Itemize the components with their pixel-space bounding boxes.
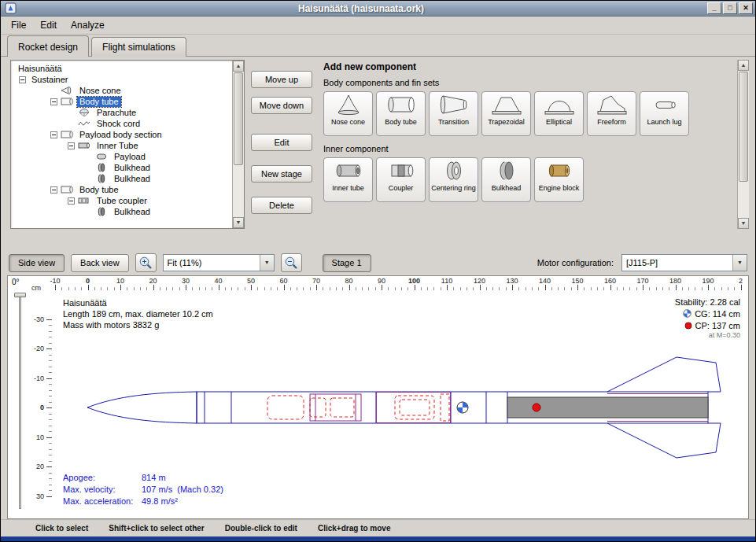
component-panel-scrollbar[interactable]: ▲ ▼	[737, 60, 749, 229]
scrollbar-thumb[interactable]	[739, 72, 748, 182]
tree-item-payload[interactable]: Payload	[13, 151, 230, 162]
window-icon[interactable]	[5, 2, 17, 14]
engine-block-icon	[544, 160, 575, 183]
tree-item-sustainer[interactable]: Sustainer	[13, 74, 230, 85]
zoom-in-button[interactable]	[135, 253, 157, 272]
add-component-title: Add new component	[323, 61, 733, 72]
scroll-down-icon[interactable]: ▼	[233, 217, 244, 228]
tab-rocket-design[interactable]: Rocket design	[7, 35, 89, 57]
tree-item-inner-tube[interactable]: Inner Tube	[13, 140, 230, 151]
add-nose-cone-button[interactable]: Nose cone	[323, 91, 373, 136]
collapse-icon[interactable]	[68, 142, 75, 149]
apogee-label: Apogee:	[63, 472, 142, 484]
stability-value: Stability: 2.28 cal	[675, 296, 740, 308]
add-inner-tube-button[interactable]: Inner tube	[323, 157, 373, 202]
rocket-length: Length 189 cm, max. diameter 10.2 cm	[63, 308, 213, 319]
max-acceleration-label: Max. acceleration:	[63, 496, 142, 507]
add-trapezoidal-fin-button[interactable]: Trapezoidal	[481, 91, 531, 136]
maximize-button[interactable]: □	[723, 2, 737, 14]
collapse-icon[interactable]	[68, 197, 75, 205]
move-up-button[interactable]: Move up	[251, 71, 312, 88]
add-bulkhead-button[interactable]: Bulkhead	[481, 157, 531, 202]
body-tube-icon	[61, 185, 74, 194]
add-freeform-fin-button[interactable]: Freeform	[587, 91, 636, 136]
bulkhead-icon	[95, 207, 109, 216]
hint-click-drag: Click+drag to move	[318, 524, 391, 533]
add-transition-button[interactable]: Transition	[429, 91, 478, 136]
zoom-combobox[interactable]: Fit (11%) ▼	[163, 254, 275, 271]
side-view-button[interactable]: Side view	[9, 254, 65, 272]
tree-item-body-tube-aft[interactable]: Body tube	[13, 184, 230, 195]
statusbar: Click to select Shift+click to select ot…	[1, 519, 755, 536]
scroll-up-icon[interactable]: ▲	[738, 60, 749, 71]
collapse-icon[interactable]	[19, 76, 26, 83]
move-down-button[interactable]: Move down	[251, 97, 312, 114]
panel-splitter[interactable]	[1, 229, 755, 250]
tree-item-body-tube[interactable]: Body tube	[13, 96, 230, 107]
tree-item-rocket[interactable]: Haisunäätä	[13, 63, 230, 74]
hint-shift-click: Shift+click to select other	[109, 524, 204, 533]
tree-actions: Move up Move down Edit New stage Delete	[251, 60, 312, 229]
menu-edit[interactable]: Edit	[33, 17, 64, 33]
window-title: Haisunäätä (haisunaata.ork)	[17, 3, 706, 14]
tree-item-bulkhead[interactable]: Bulkhead	[13, 173, 230, 184]
add-body-tube-button[interactable]: Body tube	[376, 91, 426, 136]
trapezoidal-fin-icon	[491, 94, 522, 117]
rotation-slider-handle[interactable]	[14, 293, 26, 297]
nose-cone-icon	[333, 94, 364, 117]
back-view-button[interactable]: Back view	[71, 254, 129, 272]
freeform-fin-icon	[596, 94, 628, 117]
menu-file[interactable]: File	[4, 17, 33, 33]
cp-value: CP: 137 cm	[695, 321, 740, 330]
delete-button[interactable]: Delete	[251, 197, 312, 214]
chevron-down-icon[interactable]: ▼	[732, 255, 747, 271]
transition-icon	[438, 94, 470, 117]
rocket-canvas[interactable]: -100102030405060708090100110120130140150…	[7, 275, 749, 519]
centering-ring-icon	[438, 160, 470, 183]
collapse-icon[interactable]	[50, 131, 57, 138]
stage-1-toggle[interactable]: Stage 1	[323, 254, 371, 272]
view-toolbar: Side view Back view Fit (11%) ▼ Stage 1 …	[1, 250, 755, 275]
scroll-up-icon[interactable]: ▲	[233, 61, 244, 72]
add-engine-block-button[interactable]: Engine block	[534, 157, 584, 202]
add-coupler-button[interactable]: Coupler	[376, 157, 426, 202]
zoom-out-button[interactable]	[281, 253, 302, 272]
add-launch-lug-button[interactable]: Launch lug	[640, 91, 689, 136]
collapse-icon[interactable]	[50, 98, 57, 105]
apogee-value: 814 m	[142, 472, 166, 484]
openrocket-window: Haisunäätä (haisunaata.ork) _ □ ✕ File E…	[0, 0, 756, 542]
tabbar: Rocket design Flight simulations	[1, 35, 755, 57]
scroll-down-icon[interactable]: ▼	[738, 218, 749, 229]
tree-item-payload-body-section[interactable]: Payload body section	[13, 129, 230, 140]
hint-click-select: Click to select	[35, 524, 88, 533]
mach-value: at M=0.30	[675, 331, 740, 341]
tree-item-shock-cord[interactable]: Shock cord	[13, 118, 230, 129]
max-velocity-label: Max. velocity:	[63, 484, 142, 496]
tree-item-tube-coupler[interactable]: Tube coupler	[13, 195, 230, 206]
tab-flight-simulations[interactable]: Flight simulations	[91, 37, 186, 57]
close-button[interactable]: ✕	[739, 2, 753, 14]
menu-analyze[interactable]: Analyze	[64, 17, 112, 33]
collapse-icon[interactable]	[50, 186, 57, 194]
rocket-info: Haisunäätä Length 189 cm, max. diameter …	[63, 297, 213, 330]
tree-item-bulkhead[interactable]: Bulkhead	[13, 206, 230, 217]
edit-button[interactable]: Edit	[251, 134, 312, 151]
tube-coupler-icon	[78, 196, 91, 205]
tree-item-nose-cone[interactable]: Nose cone	[13, 85, 230, 96]
add-centering-ring-button[interactable]: Centering ring	[429, 157, 478, 202]
chevron-down-icon[interactable]: ▼	[260, 255, 274, 271]
motor-configuration-combobox[interactable]: [J115-P] ▼	[621, 254, 747, 271]
coupler-icon	[385, 160, 417, 183]
rotation-slider[interactable]	[19, 297, 21, 509]
tree-item-bulkhead[interactable]: Bulkhead	[13, 162, 230, 173]
minimize-button[interactable]: _	[707, 2, 721, 14]
shock-cord-icon	[78, 119, 91, 128]
add-elliptical-fin-button[interactable]: Elliptical	[534, 91, 584, 136]
new-stage-button[interactable]: New stage	[251, 165, 312, 183]
scrollbar-thumb[interactable]	[234, 72, 243, 165]
tree-scrollbar[interactable]: ▲ ▼	[232, 61, 244, 228]
tree-item-parachute[interactable]: Parachute	[13, 107, 230, 118]
titlebar: Haisunäätä (haisunaata.ork) _ □ ✕	[1, 1, 755, 17]
nose-cone-icon	[61, 86, 74, 95]
body-tube-icon	[61, 130, 74, 139]
